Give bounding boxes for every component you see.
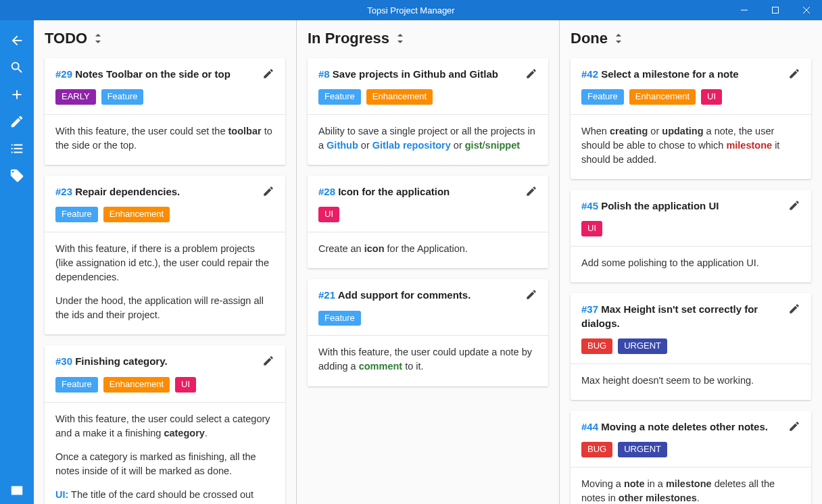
pencil-icon[interactable] [788,199,800,211]
svg-marker-5 [95,41,101,43]
tag[interactable]: EARLY [55,89,96,105]
pencil-icon[interactable] [788,68,800,80]
text-segment: With this feature, the user could select… [55,413,270,438]
column-title: In Progress [308,30,389,47]
drag-handle-icon[interactable] [614,33,623,44]
text-segment: other milestones [619,493,697,503]
sidebar [0,20,34,504]
text-segment: The title of the card should be crossed … [68,489,253,500]
tags-icon[interactable] [0,162,34,189]
card-title-text: Moving a note deletes other notes. [598,421,768,432]
card-title-text: Max Height isn't set correctly for dialo… [581,303,758,328]
tag[interactable]: Enhancement [366,89,433,105]
card[interactable]: #8 Save projects in Github and GitlabFea… [308,58,548,165]
edit-icon[interactable] [0,108,34,135]
card[interactable]: #21 Add support for comments.FeatureWith… [308,279,548,386]
window-controls [729,0,822,20]
drag-handle-icon[interactable] [94,33,102,44]
card[interactable]: #28 Icon for the applicationUICreate an … [308,176,548,268]
text-segment: Once a category is marked as finishing, … [55,451,256,476]
card-title: #21 Add support for comments. [318,288,525,302]
svg-marker-9 [616,41,621,43]
minimize-button[interactable] [729,0,760,20]
card[interactable]: #23 Repair dependencies.FeatureEnhanceme… [45,176,285,334]
card-body: Create an icon for the Application. [308,232,548,268]
card-tags: BUGURGENT [571,338,811,364]
card[interactable]: #42 Select a milestone for a noteFeature… [571,58,811,179]
card-tags: Feature [308,311,548,336]
pencil-icon[interactable] [788,303,800,315]
card[interactable]: #30 Finishing category.FeatureEnhancemen… [45,345,285,504]
card-body-paragraph: With this feature, the user could set th… [55,124,274,153]
text-segment: category [164,428,204,438]
card-body-paragraph: With this feature, the user could update… [318,345,537,374]
card-tags: UI [571,221,811,247]
tag[interactable]: UI [175,377,196,393]
card-title-text: Save projects in Github and Gitlab [330,68,498,80]
pencil-icon[interactable] [262,185,274,197]
pencil-icon[interactable] [788,420,800,432]
close-button[interactable] [791,0,822,20]
card-header: #30 Finishing category. [45,345,285,376]
card-tags: EARLYFeature [45,89,285,115]
text-segment: updating [662,126,703,136]
tag[interactable]: URGENT [618,442,667,457]
pencil-icon[interactable] [525,68,537,80]
card-tags: FeatureEnhancement [308,89,548,115]
card[interactable]: #29 Notes Toolbar on the side or topEARL… [45,58,285,165]
card[interactable]: #45 Polish the application UIUIAdd some … [571,190,811,282]
card-body-paragraph: With this feature, if there is a problem… [55,242,274,284]
tag[interactable]: BUG [581,442,612,457]
text-segment: snippet [485,140,521,151]
tag[interactable]: Feature [581,89,624,105]
card-body-paragraph: UI: The title of the card should be cros… [55,488,274,502]
card-body: Ability to save a single project or all … [308,115,548,165]
tag[interactable]: UI [581,221,602,236]
add-icon[interactable] [0,81,34,108]
card-title: #29 Notes Toolbar on the side or top [55,68,262,81]
drag-handle-icon[interactable] [396,33,404,44]
tag[interactable]: URGENT [618,338,667,354]
tag[interactable]: Enhancement [629,89,696,105]
column-header[interactable]: Done [571,30,811,47]
svg-rect-1 [773,7,779,14]
card[interactable]: #44 Moving a note deletes other notes.BU… [571,411,811,504]
card-title: #42 Select a milestone for a note [581,68,788,81]
panel-icon[interactable] [0,477,34,504]
tag[interactable]: Feature [55,207,98,222]
pencil-icon[interactable] [262,68,274,80]
card-header: #44 Moving a note deletes other notes. [571,411,811,442]
column: Done#42 Select a milestone for a noteFea… [560,20,822,504]
pencil-icon[interactable] [262,355,274,367]
tag[interactable]: Enhancement [103,377,170,393]
back-icon[interactable] [0,27,34,54]
text-segment: icon [364,243,385,254]
card-body-paragraph: Moving a note in a milestone deletes all… [581,477,800,504]
app-title: Topsi Project Manager [367,5,454,16]
tag[interactable]: UI [318,207,339,222]
tag[interactable]: Feature [55,377,98,393]
text-segment: With this feature, if there is a problem… [55,243,269,282]
card[interactable]: #37 Max Height isn't set correctly for d… [571,293,811,399]
card-body: With this feature, if there is a problem… [45,232,285,334]
card-title-text: Icon for the application [335,186,450,197]
app-body: TODO#29 Notes Toolbar on the side or top… [0,20,822,504]
tag[interactable]: BUG [581,338,612,354]
pencil-icon[interactable] [525,288,537,301]
tag[interactable]: Enhancement [103,207,170,222]
column-header[interactable]: In Progress [308,30,548,47]
search-icon[interactable] [0,54,34,81]
card-id: #30 [55,355,72,367]
pencil-icon[interactable] [525,185,537,197]
text-segment: Add some polishing to the application UI… [581,257,759,268]
tag[interactable]: Feature [101,89,144,105]
list-icon[interactable] [0,135,34,162]
tag[interactable]: Feature [318,89,361,105]
svg-marker-4 [95,34,101,36]
maximize-button[interactable] [760,0,791,20]
tag[interactable]: Feature [318,311,361,326]
svg-marker-8 [616,34,621,36]
column-header[interactable]: TODO [45,30,285,47]
text-segment: or [451,140,465,151]
tag[interactable]: UI [701,89,722,105]
